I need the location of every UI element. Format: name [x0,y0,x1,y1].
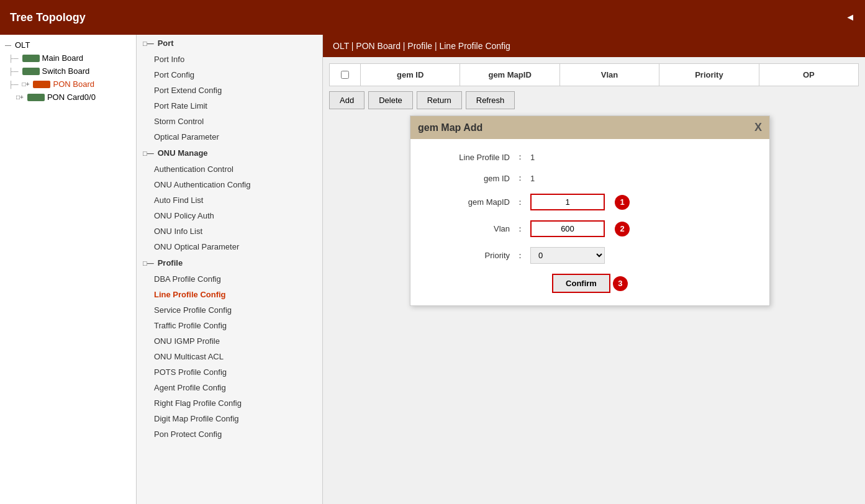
form-row-gem-id: gem ID ： 1 [429,173,751,184]
nav-dba-profile[interactable]: DBA Profile Config [137,271,322,287]
content-area: gem ID gem MapID Vlan Priority OP Add De… [323,57,865,318]
label-line-profile-id: Line Profile ID [429,153,510,162]
tree-item-poncard[interactable]: □+ PON Card0/0 [0,91,136,104]
table-header: gem ID gem MapID Vlan Priority OP [329,63,859,86]
th-gem-mapid: gem MapID [460,64,559,86]
modal-close-button[interactable]: X [754,121,762,134]
nav-auto-find-list[interactable]: Auto Find List [137,192,322,208]
nav-service-profile[interactable]: Service Profile Config [137,302,322,318]
tree-sidebar: — OLT ├─ Main Board ├─ Switch Board ├─ □… [0,35,137,504]
delete-button[interactable]: Delete [368,91,413,109]
nav-optical-parameter[interactable]: Optical Parameter [137,129,322,145]
switchboard-icon [22,68,40,75]
form-row-gem-mapid: gem MapID ： 1 [429,194,751,210]
nav-onu-info-list[interactable]: ONU Info List [137,223,322,239]
confirm-button[interactable]: Confirm [552,274,610,293]
form-row-line-profile-id: Line Profile ID ： 1 [429,151,751,163]
section-port-label: Port [158,38,174,48]
mainboard-icon [22,55,40,62]
tree-toggle-icon[interactable]: ◄ [845,12,855,23]
th-gem-id: gem ID [361,64,460,86]
th-vlan: Vlan [560,64,659,86]
tree-body: — OLT ├─ Main Board ├─ Switch Board ├─ □… [0,35,136,107]
profile-expand-icon: □— [143,259,154,267]
breadcrumb: OLT | PON Board | Profile | Line Profile… [323,35,865,57]
tree-label-mainboard: Main Board [42,53,83,63]
refresh-button[interactable]: Refresh [466,91,515,109]
ponboard-icon [33,81,50,88]
step-badge-1: 1 [615,195,630,210]
nav-onu-multicast[interactable]: ONU Multicast ACL [137,349,322,364]
form-row-priority: Priority ： 0 1 2 3 4 5 6 7 [429,247,751,264]
nav-agent-profile[interactable]: Agent Profile Config [137,380,322,395]
nav-right-flag[interactable]: Right Flag Profile Config [137,395,322,411]
section-profile-label: Profile [158,258,183,268]
input-vlan[interactable] [530,220,605,237]
tree-item-olt[interactable]: — OLT [0,38,136,52]
nav-port-config[interactable]: Port Config [137,67,322,83]
nav-auth-control[interactable]: Authentication Control [137,161,322,177]
tree-label-poncard: PON Card0/0 [47,92,96,102]
form-row-vlan: Vlan ： 2 [429,220,751,237]
poncard-icon [27,94,45,101]
nav-traffic-profile[interactable]: Traffic Profile Config [137,318,322,333]
select-priority[interactable]: 0 1 2 3 4 5 6 7 [530,247,605,264]
tree-item-switchboard[interactable]: ├─ Switch Board [0,65,136,78]
nav-port-rate-limit[interactable]: Port Rate Limit [137,98,322,114]
nav-onu-policy-auth[interactable]: ONU Policy Auth [137,208,322,223]
action-bar: Add Delete Return Refresh [329,91,859,109]
select-all-checkbox[interactable] [341,71,349,79]
tree-line-1: ├─ [9,55,19,62]
tree-item-mainboard[interactable]: ├─ Main Board [0,52,136,65]
nav-line-profile[interactable]: Line Profile Config [137,287,322,302]
app-header: Tree Topology ◄ [0,0,865,35]
section-port[interactable]: □— Port [137,35,322,52]
nav-pots-profile[interactable]: POTS Profile Config [137,364,322,380]
modal-title: gem Map Add [418,122,482,133]
section-onu-label: ONU Manage [158,148,208,158]
tree-expand-olt: — [5,42,11,48]
tree-item-ponboard[interactable]: ├─ □+ PON Board [0,78,136,91]
label-gem-mapid: gem MapID [429,197,510,207]
th-checkbox [330,64,361,86]
onu-expand-icon: □— [143,150,154,157]
th-priority: Priority [659,64,759,86]
tree-label-olt: OLT [15,40,30,50]
section-profile[interactable]: □— Profile [137,254,322,271]
label-vlan: Vlan [429,224,510,233]
nav-digit-map[interactable]: Digit Map Profile Config [137,411,322,426]
add-button[interactable]: Add [329,91,365,109]
tree-label-ponboard: PON Board [53,79,94,89]
nav-port-extend-config[interactable]: Port Extend Config [137,83,322,98]
confirm-row: Confirm 3 [429,274,751,293]
value-line-profile-id: 1 [530,153,535,162]
step-badge-2: 2 [615,222,630,236]
nav-storm-control[interactable]: Storm Control [137,114,322,129]
modal-title-bar: gem Map Add X [410,116,769,139]
label-priority: Priority [429,251,510,260]
nav-onu-optical[interactable]: ONU Optical Parameter [137,239,322,254]
nav-port-info[interactable]: Port Info [137,52,322,67]
right-panel: OLT | PON Board | Profile | Line Profile… [323,35,865,504]
ponboard-expand: □+ [22,81,30,88]
return-button[interactable]: Return [417,91,462,109]
input-gem-mapid[interactable] [530,194,605,210]
nav-pon-protect[interactable]: Pon Protect Config [137,426,322,442]
nav-onu-auth-config[interactable]: ONU Authentication Config [137,177,322,192]
middle-panel: □— Port Port Info Port Config Port Exten… [137,35,323,504]
port-expand-icon: □— [143,40,154,47]
th-op: OP [759,64,858,86]
app-title: Tree Topology [10,11,86,24]
value-gem-id: 1 [530,174,535,183]
section-onu-manage[interactable]: □— ONU Manage [137,145,322,161]
nav-onu-igmp[interactable]: ONU IGMP Profile [137,333,322,349]
label-gem-id: gem ID [429,174,510,183]
gem-map-add-modal: gem Map Add X Line Profile ID ： 1 gem ID [410,115,770,306]
tree-line-2: ├─ [9,68,19,75]
tree-line-3: ├─ [9,81,19,88]
tree-label-switchboard: Switch Board [42,66,90,76]
modal-body: Line Profile ID ： 1 gem ID ： 1 gem M [410,139,769,305]
poncard-expand: □+ [16,94,24,101]
step-badge-3: 3 [613,276,628,291]
